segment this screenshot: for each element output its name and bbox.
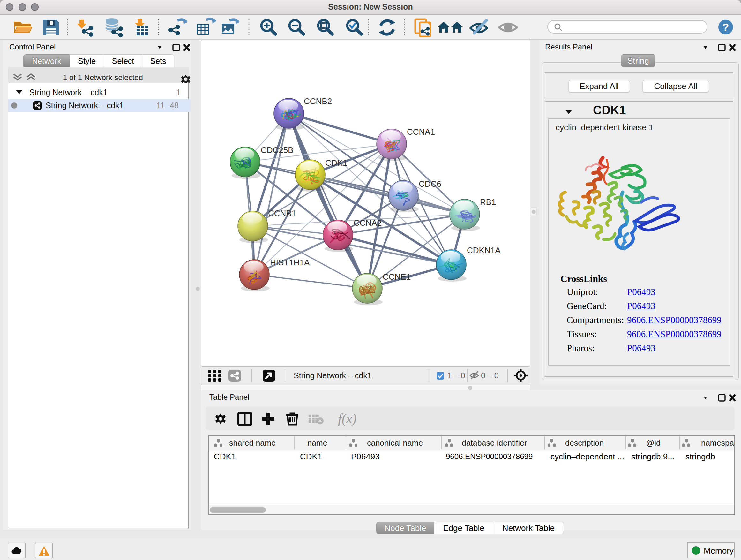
svg-text:CDC6: CDC6 [419, 179, 441, 189]
svg-text:String Network – cdk1: String Network – cdk1 [293, 371, 372, 380]
svg-text:canonical name: canonical name [367, 438, 423, 447]
svg-text:shared name: shared name [229, 438, 276, 447]
svg-text:1 – 0: 1 – 0 [448, 371, 465, 380]
svg-text:CCNB1: CCNB1 [268, 208, 296, 218]
svg-text:name: name [307, 438, 327, 447]
svg-text:HIST1H1A: HIST1H1A [270, 258, 310, 267]
svg-text:description: description [565, 438, 604, 447]
svg-text:CDK1: CDK1 [325, 158, 347, 168]
svg-text:0 – 0: 0 – 0 [481, 371, 499, 380]
svg-text:f(x): f(x) [338, 411, 356, 426]
svg-text:CCNE1: CCNE1 [383, 272, 411, 282]
svg-text:?: ? [723, 21, 729, 33]
svg-text:CCNB2: CCNB2 [304, 97, 332, 106]
svg-text:RB1: RB1 [480, 197, 496, 207]
svg-text:CDC25B: CDC25B [261, 145, 293, 155]
svg-text:CCNA2: CCNA2 [354, 218, 382, 228]
svg-text:CDKN1A: CDKN1A [467, 246, 501, 255]
svg-text:CCNA1: CCNA1 [407, 127, 435, 137]
svg-text:namespace: namespace [701, 438, 734, 447]
svg-text:@id: @id [646, 438, 661, 447]
svg-text:database identifier: database identifier [462, 438, 527, 447]
